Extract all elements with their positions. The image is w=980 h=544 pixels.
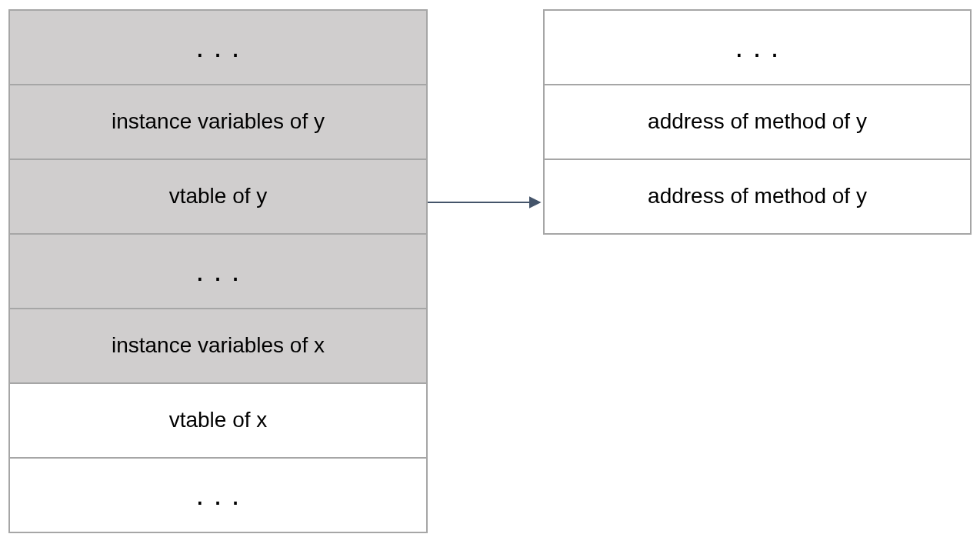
- object-memory-table: . . . instance variables of y vtable of …: [8, 9, 428, 533]
- vtable-y-table: . . . address of method of y address of …: [543, 9, 972, 235]
- memory-row-instance-vars-y: instance variables of y: [9, 85, 427, 159]
- memory-row-ellipsis: . . .: [9, 458, 427, 532]
- memory-row-vtable-x: vtable of x: [9, 383, 427, 458]
- pointer-arrow: [428, 195, 543, 210]
- vtable-row-method-address: address of method of y: [544, 85, 971, 159]
- memory-row-instance-vars-x: instance variables of x: [9, 309, 427, 383]
- vtable-row-ellipsis: . . .: [544, 10, 971, 85]
- memory-row-ellipsis: . . .: [9, 234, 427, 309]
- vtable-row-method-address: address of method of y: [544, 159, 971, 234]
- memory-row-vtable-y: vtable of y: [9, 159, 427, 234]
- memory-row-ellipsis: . . .: [9, 10, 427, 85]
